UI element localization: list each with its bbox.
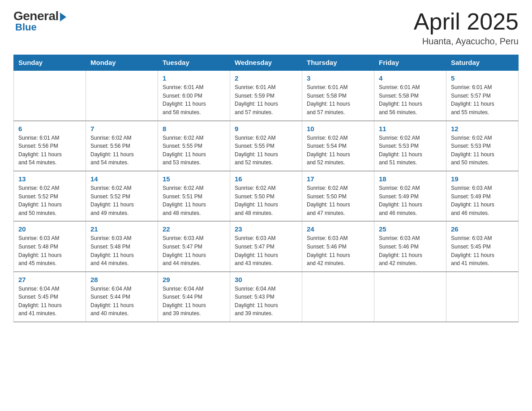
calendar-cell: 2Sunrise: 6:01 AMSunset: 5:59 PMDaylight… [230, 70, 302, 120]
calendar-cell: 28Sunrise: 6:04 AMSunset: 5:44 PMDayligh… [86, 272, 158, 322]
calendar-cell: 7Sunrise: 6:02 AMSunset: 5:56 PMDaylight… [86, 121, 158, 171]
day-header-sunday: Sunday [14, 55, 86, 71]
calendar-cell: 12Sunrise: 6:02 AMSunset: 5:53 PMDayligh… [446, 121, 519, 171]
calendar-week-row: 13Sunrise: 6:02 AMSunset: 5:52 PMDayligh… [14, 171, 519, 221]
day-info: Sunrise: 6:04 AMSunset: 5:45 PMDaylight:… [18, 285, 81, 318]
day-number: 9 [235, 125, 297, 133]
calendar-cell: 22Sunrise: 6:03 AMSunset: 5:47 PMDayligh… [158, 221, 230, 271]
day-number: 12 [451, 125, 514, 133]
day-info: Sunrise: 6:02 AMSunset: 5:54 PMDaylight:… [307, 134, 369, 167]
day-number: 19 [451, 175, 514, 183]
calendar-table: SundayMondayTuesdayWednesdayThursdayFrid… [13, 55, 519, 322]
calendar-week-row: 1Sunrise: 6:01 AMSunset: 6:00 PMDaylight… [14, 70, 519, 120]
calendar-cell: 18Sunrise: 6:02 AMSunset: 5:49 PMDayligh… [374, 171, 446, 221]
day-info: Sunrise: 6:03 AMSunset: 5:48 PMDaylight:… [18, 234, 81, 267]
calendar-cell: 21Sunrise: 6:03 AMSunset: 5:48 PMDayligh… [86, 221, 158, 271]
day-number: 3 [307, 74, 369, 82]
day-info: Sunrise: 6:02 AMSunset: 5:52 PMDaylight:… [18, 184, 81, 217]
day-number: 24 [307, 225, 369, 233]
calendar-cell [86, 70, 158, 120]
day-number: 30 [235, 276, 297, 283]
calendar-cell: 1Sunrise: 6:01 AMSunset: 6:00 PMDaylight… [158, 70, 230, 120]
day-info: Sunrise: 6:04 AMSunset: 5:44 PMDaylight:… [163, 285, 225, 318]
day-info: Sunrise: 6:02 AMSunset: 5:53 PMDaylight:… [379, 134, 442, 167]
day-number: 4 [379, 74, 442, 82]
calendar-week-row: 6Sunrise: 6:01 AMSunset: 5:56 PMDaylight… [14, 121, 519, 171]
day-info: Sunrise: 6:04 AMSunset: 5:44 PMDaylight:… [90, 285, 153, 318]
calendar-cell: 16Sunrise: 6:02 AMSunset: 5:50 PMDayligh… [230, 171, 302, 221]
day-info: Sunrise: 6:02 AMSunset: 5:55 PMDaylight:… [163, 134, 225, 167]
day-number: 13 [18, 175, 81, 183]
day-info: Sunrise: 6:01 AMSunset: 5:58 PMDaylight:… [307, 83, 369, 116]
day-header-monday: Monday [86, 55, 158, 71]
calendar-week-row: 20Sunrise: 6:03 AMSunset: 5:48 PMDayligh… [14, 221, 519, 271]
day-info: Sunrise: 6:02 AMSunset: 5:53 PMDaylight:… [451, 134, 514, 167]
day-number: 6 [18, 125, 81, 133]
day-number: 10 [307, 125, 369, 133]
day-number: 25 [379, 225, 442, 233]
day-info: Sunrise: 6:03 AMSunset: 5:47 PMDaylight:… [235, 234, 297, 267]
day-number: 22 [163, 225, 225, 233]
calendar-cell: 14Sunrise: 6:02 AMSunset: 5:52 PMDayligh… [86, 171, 158, 221]
day-info: Sunrise: 6:02 AMSunset: 5:56 PMDaylight:… [90, 134, 153, 167]
calendar-title: April 2025 [414, 9, 519, 34]
day-info: Sunrise: 6:02 AMSunset: 5:51 PMDaylight:… [163, 184, 225, 217]
logo-blue-text: Blue [15, 21, 37, 33]
day-header-friday: Friday [374, 55, 446, 71]
day-info: Sunrise: 6:01 AMSunset: 5:57 PMDaylight:… [451, 83, 514, 116]
day-info: Sunrise: 6:02 AMSunset: 5:49 PMDaylight:… [379, 184, 442, 217]
day-number: 8 [163, 125, 225, 133]
day-number: 14 [90, 175, 153, 183]
day-number: 26 [451, 225, 514, 233]
calendar-cell: 27Sunrise: 6:04 AMSunset: 5:45 PMDayligh… [14, 272, 86, 322]
day-info: Sunrise: 6:03 AMSunset: 5:48 PMDaylight:… [90, 234, 153, 267]
calendar-week-row: 27Sunrise: 6:04 AMSunset: 5:45 PMDayligh… [14, 272, 519, 322]
calendar-cell: 20Sunrise: 6:03 AMSunset: 5:48 PMDayligh… [14, 221, 86, 271]
calendar-cell: 9Sunrise: 6:02 AMSunset: 5:55 PMDaylight… [230, 121, 302, 171]
day-number: 17 [307, 175, 369, 183]
logo-arrow-icon [60, 13, 66, 21]
day-number: 15 [163, 175, 225, 183]
calendar-header-row: SundayMondayTuesdayWednesdayThursdayFrid… [14, 55, 519, 71]
day-info: Sunrise: 6:03 AMSunset: 5:46 PMDaylight:… [307, 234, 369, 267]
day-info: Sunrise: 6:02 AMSunset: 5:55 PMDaylight:… [235, 134, 297, 167]
day-header-wednesday: Wednesday [230, 55, 302, 71]
page-header: General Blue April 2025 Huanta, Ayacucho… [13, 9, 519, 47]
day-number: 27 [18, 276, 81, 283]
calendar-cell: 3Sunrise: 6:01 AMSunset: 5:58 PMDaylight… [302, 70, 374, 120]
calendar-cell: 5Sunrise: 6:01 AMSunset: 5:57 PMDaylight… [446, 70, 519, 120]
calendar-cell [14, 70, 86, 120]
day-number: 16 [235, 175, 297, 183]
day-number: 2 [235, 74, 297, 82]
calendar-cell [374, 272, 446, 322]
day-number: 23 [235, 225, 297, 233]
day-info: Sunrise: 6:01 AMSunset: 5:56 PMDaylight:… [18, 134, 81, 167]
calendar-cell [446, 272, 519, 322]
calendar-cell: 17Sunrise: 6:02 AMSunset: 5:50 PMDayligh… [302, 171, 374, 221]
title-block: April 2025 Huanta, Ayacucho, Peru [414, 9, 519, 47]
logo: General Blue [13, 9, 66, 33]
day-info: Sunrise: 6:02 AMSunset: 5:52 PMDaylight:… [90, 184, 153, 217]
day-info: Sunrise: 6:04 AMSunset: 5:43 PMDaylight:… [235, 285, 297, 318]
day-number: 11 [379, 125, 442, 133]
day-number: 29 [163, 276, 225, 283]
calendar-cell: 10Sunrise: 6:02 AMSunset: 5:54 PMDayligh… [302, 121, 374, 171]
calendar-location: Huanta, Ayacucho, Peru [414, 36, 519, 47]
day-info: Sunrise: 6:02 AMSunset: 5:50 PMDaylight:… [235, 184, 297, 217]
calendar-cell: 8Sunrise: 6:02 AMSunset: 5:55 PMDaylight… [158, 121, 230, 171]
day-header-saturday: Saturday [446, 55, 519, 71]
day-number: 20 [18, 225, 81, 233]
calendar-cell: 29Sunrise: 6:04 AMSunset: 5:44 PMDayligh… [158, 272, 230, 322]
calendar-cell: 23Sunrise: 6:03 AMSunset: 5:47 PMDayligh… [230, 221, 302, 271]
day-info: Sunrise: 6:01 AMSunset: 5:59 PMDaylight:… [235, 83, 297, 116]
calendar-cell: 26Sunrise: 6:03 AMSunset: 5:45 PMDayligh… [446, 221, 519, 271]
day-number: 18 [379, 175, 442, 183]
calendar-cell: 30Sunrise: 6:04 AMSunset: 5:43 PMDayligh… [230, 272, 302, 322]
day-number: 1 [163, 74, 225, 82]
calendar-cell: 4Sunrise: 6:01 AMSunset: 5:58 PMDaylight… [374, 70, 446, 120]
day-info: Sunrise: 6:01 AMSunset: 6:00 PMDaylight:… [163, 83, 225, 116]
day-number: 7 [90, 125, 153, 133]
day-info: Sunrise: 6:01 AMSunset: 5:58 PMDaylight:… [379, 83, 442, 116]
day-info: Sunrise: 6:03 AMSunset: 5:49 PMDaylight:… [451, 184, 514, 217]
day-number: 5 [451, 74, 514, 82]
